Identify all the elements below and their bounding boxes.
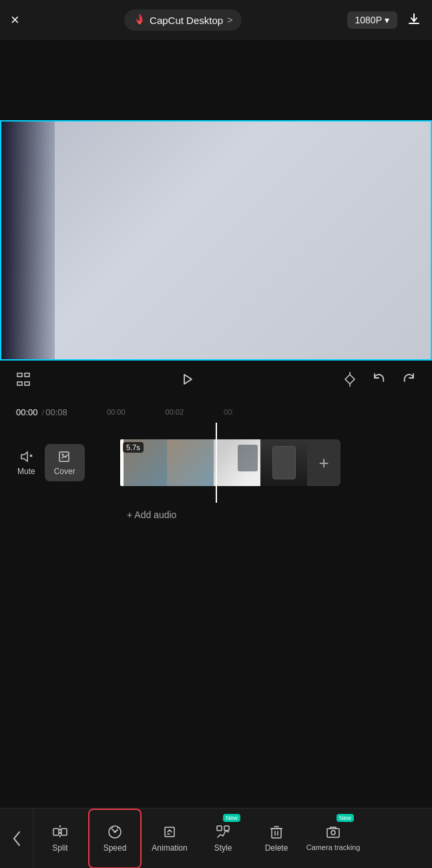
top-bar-left: × [11, 13, 19, 27]
mute-icon [19, 449, 33, 464]
svg-point-10 [61, 454, 63, 456]
clip-frame-2 [167, 439, 214, 486]
svg-rect-17 [217, 826, 222, 831]
cover-button[interactable]: Cover [45, 444, 85, 481]
timeline-controls-row: Mute Cover [8, 444, 112, 481]
svg-point-25 [331, 831, 335, 835]
style-label: Style [214, 843, 232, 853]
split-label: Split [52, 843, 67, 853]
svg-rect-16 [165, 827, 174, 837]
timeline-ruler: 00:00 / 00:08 00:00 00:02 00: [0, 401, 432, 423]
split-icon [52, 824, 68, 840]
playhead [216, 423, 217, 503]
resolution-button[interactable]: 1080P ▾ [347, 11, 397, 29]
animation-icon [162, 824, 178, 840]
top-bar-right: 1080P ▾ [347, 11, 421, 29]
camera-badge: New [337, 814, 354, 822]
svg-rect-12 [53, 829, 59, 835]
svg-rect-24 [327, 829, 339, 837]
delete-icon [268, 824, 284, 840]
add-audio-row: + Add audio [0, 503, 432, 527]
camera-tracking-icon [325, 824, 341, 840]
keyframe-button[interactable] [343, 372, 357, 390]
svg-point-15 [114, 831, 116, 833]
tool-delete[interactable]: Delete [250, 809, 303, 869]
export-button[interactable] [407, 12, 421, 29]
mute-label: Mute [17, 467, 35, 476]
svg-rect-19 [272, 829, 281, 838]
svg-rect-1 [17, 373, 22, 377]
current-time: 00:00 [16, 407, 38, 417]
camera-tracking-label: Camera tracking [306, 843, 361, 852]
preview-background [1, 122, 431, 359]
style-icon [215, 824, 231, 840]
back-button[interactable] [0, 809, 33, 869]
app-title-bar[interactable]: CapCut Desktop > [124, 9, 242, 31]
play-button[interactable] [179, 371, 195, 391]
app-name: CapCut Desktop [150, 15, 223, 26]
timeline-left-controls: Mute Cover [0, 444, 120, 481]
flame-icon [134, 13, 146, 27]
export-icon [407, 12, 421, 27]
back-icon [11, 829, 22, 848]
fullscreen-button[interactable] [16, 372, 31, 390]
svg-rect-0 [409, 23, 419, 24]
undo-button[interactable] [372, 372, 387, 390]
svg-rect-18 [224, 826, 229, 831]
bottom-tools: Split Speed Animation New [33, 809, 432, 869]
top-bar: × CapCut Desktop > 1080P ▾ [0, 0, 432, 40]
animation-label: Animation [152, 843, 187, 853]
cover-label: Cover [54, 467, 75, 476]
bottom-toolbar: Split Speed Animation New [0, 808, 432, 868]
video-preview [0, 120, 432, 361]
timeline-area: Mute Cover 5.7s [0, 423, 432, 503]
delete-label: Delete [265, 843, 288, 853]
time-separator: / [42, 407, 45, 417]
speed-icon [107, 824, 123, 840]
tool-animation[interactable]: Animation [143, 809, 196, 869]
svg-rect-3 [17, 382, 22, 385]
clip-frame-3 [214, 439, 260, 486]
cover-icon [57, 449, 72, 464]
redo-button[interactable] [401, 372, 416, 390]
ruler-marks: 00:00 00:02 00: [107, 408, 432, 416]
duration-badge: 5.7s [123, 442, 144, 453]
ruler-mark-0: 00:00 [107, 408, 126, 416]
clip-frames: 5.7s [120, 439, 307, 486]
tool-split[interactable]: Split [33, 809, 87, 869]
chevron-right-icon: > [227, 15, 232, 25]
svg-rect-13 [61, 829, 67, 835]
svg-rect-4 [25, 382, 29, 385]
style-badge: New [223, 814, 240, 822]
preview-spacer [0, 40, 432, 120]
clip-track[interactable]: 5.7s + [120, 439, 432, 486]
tool-speed[interactable]: Speed [88, 809, 142, 869]
clip-frame-4 [260, 439, 307, 486]
speed-label: Speed [103, 843, 127, 853]
add-audio-button[interactable]: + Add audio [127, 509, 176, 520]
playback-controls [0, 361, 432, 401]
mute-button[interactable]: Mute [8, 444, 45, 481]
svg-rect-2 [25, 373, 29, 377]
add-audio-label: + Add audio [127, 509, 176, 520]
add-clip-button[interactable]: + [307, 439, 341, 486]
preview-gradient-overlay [1, 122, 55, 359]
add-clip-icon: + [318, 453, 329, 473]
close-button[interactable]: × [11, 13, 19, 27]
tool-camera-tracking[interactable]: New Camera tracking [303, 809, 363, 869]
tool-style[interactable]: New Style [196, 809, 250, 869]
ruler-mark-2: 00: [224, 408, 234, 416]
ruler-mark-1: 00:02 [166, 408, 184, 416]
total-time: 00:08 [45, 407, 67, 417]
